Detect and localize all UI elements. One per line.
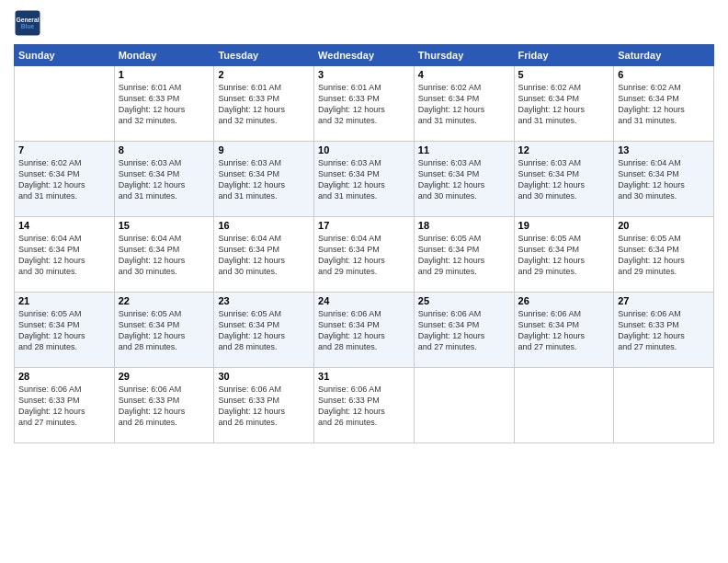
day-info: Sunrise: 6:02 AMSunset: 6:34 PMDaylight:…	[618, 82, 710, 127]
day-cell: 13Sunrise: 6:04 AMSunset: 6:34 PMDayligh…	[614, 142, 714, 217]
day-cell: 21Sunrise: 6:05 AMSunset: 6:34 PMDayligh…	[15, 293, 115, 368]
day-cell: 12Sunrise: 6:03 AMSunset: 6:34 PMDayligh…	[514, 142, 614, 217]
day-cell: 15Sunrise: 6:04 AMSunset: 6:34 PMDayligh…	[114, 217, 214, 293]
day-number: 3	[318, 69, 410, 80]
day-info: Sunrise: 6:06 AMSunset: 6:33 PMDaylight:…	[218, 384, 310, 429]
day-cell: 14Sunrise: 6:04 AMSunset: 6:34 PMDayligh…	[15, 217, 115, 293]
day-number: 14	[18, 220, 110, 231]
day-cell	[614, 368, 714, 443]
day-number: 6	[618, 69, 710, 80]
day-info: Sunrise: 6:05 AMSunset: 6:34 PMDaylight:…	[18, 308, 110, 353]
day-number: 15	[119, 220, 210, 231]
day-number: 25	[418, 295, 510, 306]
day-cell: 28Sunrise: 6:06 AMSunset: 6:33 PMDayligh…	[15, 368, 115, 443]
header-cell-saturday: Saturday	[614, 45, 714, 66]
day-number: 31	[318, 371, 410, 382]
day-number: 27	[618, 295, 710, 306]
svg-text:General: General	[16, 17, 39, 23]
header-row: SundayMondayTuesdayWednesdayThursdayFrid…	[15, 45, 714, 66]
day-cell: 11Sunrise: 6:03 AMSunset: 6:34 PMDayligh…	[414, 142, 514, 217]
day-info: Sunrise: 6:01 AMSunset: 6:33 PMDaylight:…	[218, 82, 310, 127]
day-cell: 3Sunrise: 6:01 AMSunset: 6:33 PMDaylight…	[314, 66, 415, 142]
day-info: Sunrise: 6:04 AMSunset: 6:34 PMDaylight:…	[218, 233, 310, 278]
calendar-table: SundayMondayTuesdayWednesdayThursdayFrid…	[14, 44, 714, 443]
day-number: 20	[618, 220, 710, 231]
day-info: Sunrise: 6:06 AMSunset: 6:34 PMDaylight:…	[518, 308, 610, 353]
day-cell: 9Sunrise: 6:03 AMSunset: 6:34 PMDaylight…	[214, 142, 314, 217]
day-number: 24	[318, 295, 410, 306]
day-cell: 31Sunrise: 6:06 AMSunset: 6:33 PMDayligh…	[314, 368, 415, 443]
day-number: 10	[318, 144, 410, 155]
header-cell-wednesday: Wednesday	[314, 45, 415, 66]
day-cell: 10Sunrise: 6:03 AMSunset: 6:34 PMDayligh…	[314, 142, 415, 217]
day-number: 5	[518, 69, 610, 80]
day-number: 21	[18, 295, 110, 306]
day-number: 7	[18, 144, 110, 155]
day-info: Sunrise: 6:05 AMSunset: 6:34 PMDaylight:…	[418, 233, 510, 278]
day-number: 17	[318, 220, 410, 231]
header-cell-thursday: Thursday	[414, 45, 514, 66]
day-info: Sunrise: 6:04 AMSunset: 6:34 PMDaylight:…	[18, 233, 110, 278]
day-number: 4	[418, 69, 510, 80]
day-info: Sunrise: 6:05 AMSunset: 6:34 PMDaylight:…	[119, 308, 210, 353]
day-info: Sunrise: 6:02 AMSunset: 6:34 PMDaylight:…	[18, 157, 110, 202]
header-cell-sunday: Sunday	[15, 45, 115, 66]
day-number: 26	[518, 295, 610, 306]
day-cell: 27Sunrise: 6:06 AMSunset: 6:33 PMDayligh…	[614, 293, 714, 368]
week-row-2: 14Sunrise: 6:04 AMSunset: 6:34 PMDayligh…	[15, 217, 714, 293]
header: General Blue	[14, 9, 714, 37]
day-number: 23	[218, 295, 310, 306]
day-info: Sunrise: 6:03 AMSunset: 6:34 PMDaylight:…	[218, 157, 310, 202]
day-info: Sunrise: 6:06 AMSunset: 6:33 PMDaylight:…	[618, 308, 710, 353]
day-number: 29	[119, 371, 210, 382]
day-cell: 26Sunrise: 6:06 AMSunset: 6:34 PMDayligh…	[514, 293, 614, 368]
day-info: Sunrise: 6:06 AMSunset: 6:33 PMDaylight:…	[318, 384, 410, 429]
day-info: Sunrise: 6:06 AMSunset: 6:33 PMDaylight:…	[119, 384, 210, 429]
day-cell	[414, 368, 514, 443]
day-info: Sunrise: 6:06 AMSunset: 6:33 PMDaylight:…	[18, 384, 110, 429]
day-number: 9	[218, 144, 310, 155]
day-cell: 22Sunrise: 6:05 AMSunset: 6:34 PMDayligh…	[114, 293, 214, 368]
day-number: 8	[119, 144, 210, 155]
day-info: Sunrise: 6:03 AMSunset: 6:34 PMDaylight:…	[518, 157, 610, 202]
svg-text:Blue: Blue	[21, 23, 35, 29]
day-cell: 18Sunrise: 6:05 AMSunset: 6:34 PMDayligh…	[414, 217, 514, 293]
week-row-1: 7Sunrise: 6:02 AMSunset: 6:34 PMDaylight…	[15, 142, 714, 217]
day-info: Sunrise: 6:05 AMSunset: 6:34 PMDaylight:…	[218, 308, 310, 353]
week-row-3: 21Sunrise: 6:05 AMSunset: 6:34 PMDayligh…	[15, 293, 714, 368]
day-cell: 23Sunrise: 6:05 AMSunset: 6:34 PMDayligh…	[214, 293, 314, 368]
day-number: 30	[218, 371, 310, 382]
day-number: 28	[18, 371, 110, 382]
day-cell	[514, 368, 614, 443]
day-cell: 24Sunrise: 6:06 AMSunset: 6:34 PMDayligh…	[314, 293, 415, 368]
day-number: 11	[418, 144, 510, 155]
day-info: Sunrise: 6:01 AMSunset: 6:33 PMDaylight:…	[318, 82, 410, 127]
day-number: 19	[518, 220, 610, 231]
day-cell: 4Sunrise: 6:02 AMSunset: 6:34 PMDaylight…	[414, 66, 514, 142]
day-number: 13	[618, 144, 710, 155]
day-info: Sunrise: 6:04 AMSunset: 6:34 PMDaylight:…	[318, 233, 410, 278]
day-info: Sunrise: 6:06 AMSunset: 6:34 PMDaylight:…	[418, 308, 510, 353]
day-cell	[15, 66, 115, 142]
day-cell: 1Sunrise: 6:01 AMSunset: 6:33 PMDaylight…	[114, 66, 214, 142]
day-info: Sunrise: 6:03 AMSunset: 6:34 PMDaylight:…	[318, 157, 410, 202]
day-cell: 29Sunrise: 6:06 AMSunset: 6:33 PMDayligh…	[114, 368, 214, 443]
day-info: Sunrise: 6:04 AMSunset: 6:34 PMDaylight:…	[119, 233, 210, 278]
day-number: 22	[119, 295, 210, 306]
calendar-container: General Blue SundayMondayTuesdayWednesda…	[0, 0, 728, 563]
day-cell: 8Sunrise: 6:03 AMSunset: 6:34 PMDaylight…	[114, 142, 214, 217]
logo-icon: General Blue	[14, 9, 41, 37]
day-info: Sunrise: 6:06 AMSunset: 6:34 PMDaylight:…	[318, 308, 410, 353]
day-number: 2	[218, 69, 310, 80]
day-cell: 19Sunrise: 6:05 AMSunset: 6:34 PMDayligh…	[514, 217, 614, 293]
day-cell: 20Sunrise: 6:05 AMSunset: 6:34 PMDayligh…	[614, 217, 714, 293]
day-cell: 2Sunrise: 6:01 AMSunset: 6:33 PMDaylight…	[214, 66, 314, 142]
day-number: 18	[418, 220, 510, 231]
day-info: Sunrise: 6:02 AMSunset: 6:34 PMDaylight:…	[518, 82, 610, 127]
day-cell: 5Sunrise: 6:02 AMSunset: 6:34 PMDaylight…	[514, 66, 614, 142]
day-cell: 17Sunrise: 6:04 AMSunset: 6:34 PMDayligh…	[314, 217, 415, 293]
header-cell-tuesday: Tuesday	[214, 45, 314, 66]
day-info: Sunrise: 6:04 AMSunset: 6:34 PMDaylight:…	[618, 157, 710, 202]
day-cell: 6Sunrise: 6:02 AMSunset: 6:34 PMDaylight…	[614, 66, 714, 142]
logo: General Blue	[14, 9, 45, 37]
